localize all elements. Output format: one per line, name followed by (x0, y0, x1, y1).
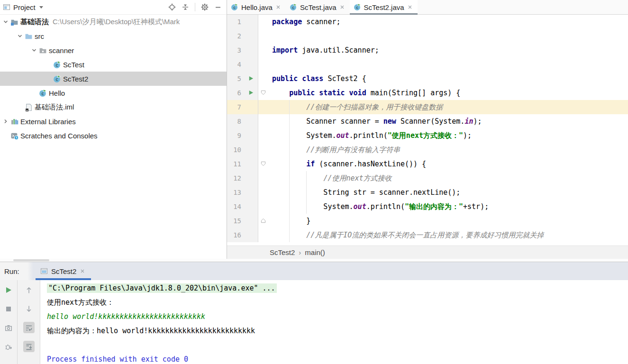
breadcrumb-item-main[interactable]: main() (305, 248, 325, 256)
chevron-down-icon[interactable] (2, 18, 9, 26)
line-number: 11 (227, 157, 244, 171)
code-token: package (272, 18, 302, 26)
class-icon: c (53, 75, 61, 82)
code-line-13[interactable]: 13 String str = scanner.nextLine(); (227, 185, 628, 200)
tree-item-sctest[interactable]: cScTest (0, 57, 227, 72)
code-token: public static void (289, 89, 366, 97)
code-line-3[interactable]: 3import java.util.Scanner; (227, 43, 628, 57)
run-line-icon[interactable] (244, 72, 258, 86)
code-line-text: System.out.println("输出的内容为："+str); (268, 200, 628, 214)
project-panel-actions (168, 3, 224, 11)
chevron-right-icon[interactable] (2, 118, 9, 125)
indent-guide (306, 171, 307, 185)
code-token: main(String[] args) { (366, 89, 461, 97)
close-icon[interactable] (339, 3, 345, 11)
code-token (272, 174, 323, 182)
code-editor[interactable]: 1package scanner;23import java.util.Scan… (227, 15, 628, 242)
code-line-5[interactable]: 5public class ScTest2 { (227, 72, 628, 86)
code-line-text: Scanner scanner = new Scanner(System.in)… (268, 114, 628, 128)
code-line-14[interactable]: 14 System.out.println("输出的内容为："+str); (227, 200, 628, 214)
code-line-6[interactable]: 6 public static void main(String[] args)… (227, 86, 628, 100)
code-line-16[interactable]: 16 //凡是属于IO流的类如果不关闭会一直占用资源，要养成好习惯用完就关掉 (227, 228, 628, 242)
down-arrow-icon (25, 305, 33, 312)
partial-button[interactable] (3, 360, 14, 364)
fold-column (258, 15, 268, 29)
partial-button-2[interactable] (23, 360, 35, 364)
rerun-button[interactable] (3, 284, 14, 295)
ide-window: Project 基础语法C:\Users\汐月曦\Desktop\狂神模式\Ma… (0, 0, 628, 364)
indent-guide (289, 185, 290, 200)
run-line-icon[interactable] (244, 86, 258, 100)
code-token: System. (272, 202, 354, 211)
gutter-icon-slot (244, 214, 258, 228)
collapse-all-button[interactable] (182, 3, 189, 11)
editor-tab-sctest-java[interactable]: cScTest.java (286, 0, 350, 14)
code-line-text: //判断用户有没有输入字符串 (268, 143, 628, 157)
chevron-down-icon[interactable] (16, 32, 24, 40)
prev-occurrence-button[interactable] (23, 284, 35, 295)
next-occurrence-button[interactable] (23, 303, 35, 314)
run-panel-body: "C:\Program Files\Java\jdk1.8.0_202\bin\… (0, 280, 628, 364)
code-line-4[interactable]: 4 (227, 57, 628, 72)
scroll-to-end-button[interactable] (23, 341, 35, 352)
fold-marker[interactable] (258, 86, 268, 100)
code-token: public class (272, 74, 323, 83)
code-line-1[interactable]: 1package scanner; (227, 15, 628, 29)
splitter-grip[interactable] (13, 259, 49, 261)
rerun-failed-button[interactable] (3, 341, 14, 352)
code-line-2[interactable]: 2 (227, 29, 628, 43)
tree-item-src[interactable]: src (0, 29, 227, 43)
fold-column (258, 72, 268, 86)
class-icon: c (354, 3, 361, 11)
tree-item-基础语法[interactable]: 基础语法C:\Users\汐月曦\Desktop\狂神模式\Mark (0, 15, 227, 29)
code-line-7[interactable]: 7 //创建一个扫描器对象，用于接收键盘数据 (227, 100, 628, 114)
chevron-down-icon[interactable] (30, 46, 38, 54)
code-line-8[interactable]: 8 Scanner scanner = new Scanner(System.i… (227, 114, 628, 128)
code-line-9[interactable]: 9 System.out.println("使用next方式接收："); (227, 128, 628, 143)
tree-item-基础语法-iml[interactable]: 基础语法.iml (0, 100, 227, 114)
code-token: (scanner.hasNextLine()) { (315, 160, 426, 168)
project-panel: Project 基础语法C:\Users\汐月曦\Desktop\狂神模式\Ma… (0, 0, 227, 259)
rerun-icon (5, 286, 12, 293)
locate-button[interactable] (168, 3, 176, 11)
code-line-10[interactable]: 10 //判断用户有没有输入字符串 (227, 143, 628, 157)
tree-item-external-libraries[interactable]: External Libraries (0, 114, 227, 128)
line-number: 10 (227, 143, 244, 157)
soft-wrap-button[interactable] (23, 322, 35, 333)
breadcrumb-separator: › (299, 248, 301, 256)
tree-item-label: Hello (49, 89, 65, 97)
stop-button[interactable] (3, 303, 14, 314)
fold-column (258, 29, 268, 43)
tree-item-hello[interactable]: cHello (0, 86, 227, 100)
class-icon: c (290, 3, 297, 11)
tree-item-scratches-and-consoles[interactable]: Scratches and Consoles (0, 128, 227, 143)
code-token: String str = scanner.nextLine(); (272, 188, 460, 197)
run-tab-sctest2[interactable]: ScTest2 (36, 262, 91, 280)
fold-column (258, 57, 268, 72)
editor-run-splitter[interactable] (0, 259, 628, 262)
run-console-output[interactable]: "C:\Program Files\Java\jdk1.8.0_202\bin\… (40, 280, 628, 364)
close-icon[interactable] (275, 3, 281, 11)
console-command-line: "C:\Program Files\Java\jdk1.8.0_202\bin\… (47, 283, 277, 293)
code-token: //判断用户有没有输入字符串 (306, 146, 400, 154)
code-line-15[interactable]: 15 } (227, 214, 628, 228)
fold-end-marker[interactable] (258, 214, 268, 228)
editor-tab-label: ScTest.java (300, 3, 337, 11)
code-line-12[interactable]: 12 //使用next方式接收 (227, 171, 628, 185)
settings-button[interactable] (201, 3, 209, 11)
code-line-11[interactable]: 11 if (scanner.hasNextLine()) { (227, 157, 628, 171)
tree-item-scanner[interactable]: scanner (0, 43, 227, 57)
thread-dump-button[interactable] (3, 322, 14, 333)
line-number: 2 (227, 29, 244, 43)
breadcrumb-item-sctest2[interactable]: ScTest2 (270, 248, 295, 256)
close-icon[interactable] (407, 3, 413, 11)
editor-tab-sctest2-java[interactable]: cScTest2.java (350, 0, 418, 14)
scroll-end-icon (25, 343, 33, 350)
tree-item-sctest2[interactable]: cScTest2 (0, 72, 227, 86)
close-icon[interactable] (80, 267, 85, 275)
project-view-selector[interactable]: Project (3, 3, 43, 11)
editor-tab-hello-java[interactable]: cHello.java (227, 0, 286, 14)
fold-marker[interactable] (258, 157, 268, 171)
hide-button[interactable] (214, 3, 222, 11)
folder-src-icon (25, 32, 33, 40)
